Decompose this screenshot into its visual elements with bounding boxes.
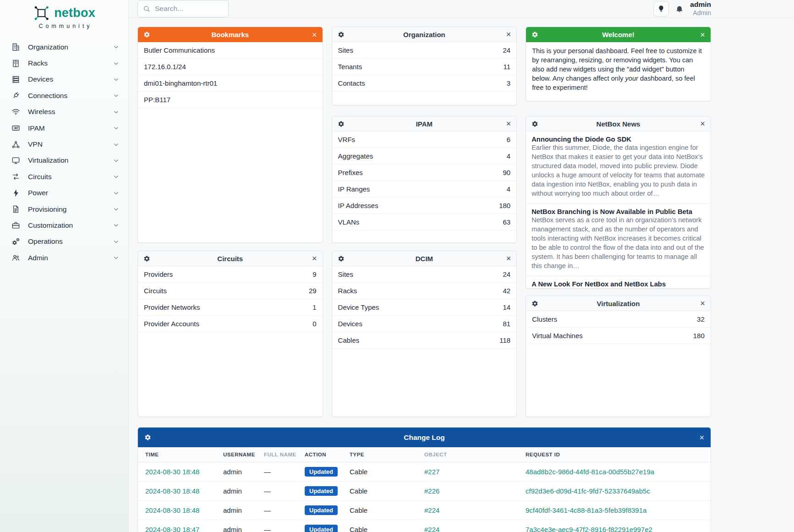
changelog-object-link[interactable]: #224	[424, 526, 526, 532]
sidebar-item[interactable]: Power	[0, 185, 128, 201]
changelog-requestid-link[interactable]: 7a3c4e3e-aec9-47f2-8916-f82291e997e2	[526, 526, 703, 532]
stat-label-link[interactable]: Aggregates	[338, 152, 373, 160]
stat-label-link[interactable]: Circuits	[144, 287, 167, 295]
widget-settings-gear-icon[interactable]	[143, 255, 150, 262]
sidebar-item[interactable]: Organization	[0, 39, 128, 55]
stat-value-link[interactable]: 29	[309, 287, 317, 295]
widget-close-icon[interactable]: ×	[506, 120, 511, 128]
stat-value-link[interactable]: 180	[693, 332, 705, 340]
stat-label-link[interactable]: Devices	[338, 320, 362, 328]
stat-label-link[interactable]: Virtual Machines	[532, 332, 583, 340]
stat-value-link[interactable]: 90	[503, 169, 511, 176]
widget-close-icon[interactable]: ×	[312, 31, 317, 39]
stat-label-link[interactable]: Racks	[338, 287, 357, 295]
sidebar-item-label: Customization	[28, 221, 113, 230]
stat-label-link[interactable]: VRFs	[338, 136, 356, 143]
widget-settings-gear-icon[interactable]	[338, 255, 345, 262]
stat-label-link[interactable]: Sites	[338, 270, 353, 278]
sidebar-item[interactable]: Admin	[0, 250, 128, 266]
stat-value-link[interactable]: 32	[697, 315, 705, 323]
sidebar-item[interactable]: Racks	[0, 55, 128, 71]
stat-label-link[interactable]: Provider Accounts	[144, 320, 199, 328]
changelog-row: 2024-08-30 18:47 admin — Updated Cable #…	[138, 520, 711, 532]
stat-label-link[interactable]: Prefixes	[338, 169, 363, 176]
stat-label-link[interactable]: Tenants	[338, 63, 362, 71]
widget-close-icon[interactable]: ×	[700, 120, 705, 128]
changelog-time-link[interactable]: 2024-08-30 18:48	[145, 506, 223, 514]
changelog-object-link[interactable]: #226	[424, 487, 526, 495]
stat-label-link[interactable]: VLANs	[338, 218, 360, 226]
widget-close-icon[interactable]: ×	[700, 31, 705, 39]
changelog-object-link[interactable]: #227	[424, 468, 526, 476]
stat-value-link[interactable]: 180	[499, 202, 510, 209]
stat-label-link[interactable]: Contacts	[338, 79, 365, 87]
widget-settings-gear-icon[interactable]	[531, 300, 538, 307]
stat-value-link[interactable]: 24	[503, 270, 511, 278]
bookmark-link[interactable]: dmi01-binghamton-rtr01	[144, 79, 217, 87]
widget-settings-gear-icon[interactable]	[144, 434, 151, 441]
changelog-time-link[interactable]: 2024-08-30 18:47	[145, 526, 223, 532]
stat-label-link[interactable]: Sites	[338, 46, 353, 54]
stat-value-link[interactable]: 24	[503, 46, 511, 54]
search-input[interactable]	[155, 5, 224, 13]
stat-label-link[interactable]: Device Types	[338, 303, 379, 311]
notifications-bell-icon[interactable]	[675, 5, 684, 13]
widget-settings-gear-icon[interactable]	[338, 31, 345, 38]
widget-close-icon[interactable]: ×	[506, 254, 511, 263]
stat-label-link[interactable]: Cables	[338, 336, 360, 344]
bookmark-link[interactable]: Butler Communications	[144, 46, 215, 54]
news-item-title[interactable]: A New Look For NetBox and NetBox Labs	[531, 280, 705, 288]
changelog-requestid-link[interactable]: cf92d3e6-d09d-41fc-9fd7-52337649ab5c	[526, 487, 703, 495]
stat-value-link[interactable]: 6	[507, 136, 510, 143]
changelog-object-link[interactable]: #224	[424, 506, 526, 514]
sidebar-item[interactable]: IPAM	[0, 120, 128, 136]
changelog-time-link[interactable]: 2024-08-30 18:48	[145, 468, 223, 476]
stat-value-link[interactable]: 3	[507, 79, 510, 87]
widget-settings-gear-icon[interactable]	[531, 121, 538, 127]
widget-close-icon[interactable]: ×	[506, 30, 511, 38]
sidebar-item[interactable]: Devices	[0, 71, 128, 88]
widget-settings-gear-icon[interactable]	[338, 121, 345, 127]
bookmark-link[interactable]: 172.16.0.1/24	[144, 63, 186, 71]
widget-close-icon[interactable]: ×	[312, 254, 317, 263]
stat-value-link[interactable]: 118	[499, 336, 510, 344]
stat-value-link[interactable]: 1	[312, 303, 316, 311]
search-box[interactable]	[137, 0, 229, 17]
news-item-title[interactable]: NetBox Branching is Now Available in Pub…	[531, 208, 705, 215]
sidebar-item[interactable]: Virtualization	[0, 153, 128, 169]
changelog-time-link[interactable]: 2024-08-30 18:48	[145, 487, 223, 495]
theme-toggle-button[interactable]	[653, 1, 669, 16]
stat-label-link[interactable]: IP Addresses	[338, 202, 378, 209]
stat-label-link[interactable]: IP Ranges	[338, 185, 370, 193]
news-item-title[interactable]: Announcing the Diode Go SDK	[531, 136, 705, 143]
sidebar-item[interactable]: Connections	[0, 88, 128, 104]
sidebar-item[interactable]: Customization	[0, 217, 128, 233]
stat-value-link[interactable]: 4	[507, 152, 510, 160]
stat-value-link[interactable]: 0	[312, 320, 316, 328]
sidebar-item[interactable]: VPN	[0, 136, 128, 152]
stat-value-link[interactable]: 4	[507, 185, 510, 193]
widget-close-icon[interactable]: ×	[699, 433, 704, 442]
bookmark-link[interactable]: PP:B117	[144, 96, 170, 104]
sidebar-item[interactable]: Wireless	[0, 104, 128, 120]
stat-value-link[interactable]: 11	[504, 63, 511, 71]
sidebar-item[interactable]: Operations	[0, 234, 128, 250]
brand-logo[interactable]: netbox	[0, 5, 128, 22]
stat-value-link[interactable]: 63	[503, 218, 511, 226]
stat-value-link[interactable]: 9	[312, 270, 316, 278]
stat-value-link[interactable]: 42	[503, 287, 511, 295]
stat-label-link[interactable]: Provider Networks	[144, 303, 200, 311]
changelog-requestid-link[interactable]: 48ad8b2c-986d-44fd-81ca-00d55b27e19a	[526, 468, 703, 476]
stat-value-link[interactable]: 14	[503, 303, 511, 311]
stat-value-link[interactable]: 81	[503, 320, 511, 328]
stat-label-link[interactable]: Providers	[144, 270, 173, 278]
widget-settings-gear-icon[interactable]	[531, 31, 538, 38]
sidebar-item[interactable]: Provisioning	[0, 201, 128, 217]
changelog-requestid-link[interactable]: 9cf40fdf-3461-4c88-81a3-5feb39f8391a	[526, 506, 703, 514]
stat-label-link[interactable]: Clusters	[532, 315, 557, 323]
user-menu[interactable]: admin Admin	[690, 0, 711, 16]
sidebar-item-label: Power	[28, 189, 113, 197]
widget-close-icon[interactable]: ×	[700, 299, 705, 307]
widget-settings-gear-icon[interactable]	[143, 31, 150, 38]
sidebar-item[interactable]: Circuits	[0, 169, 128, 185]
